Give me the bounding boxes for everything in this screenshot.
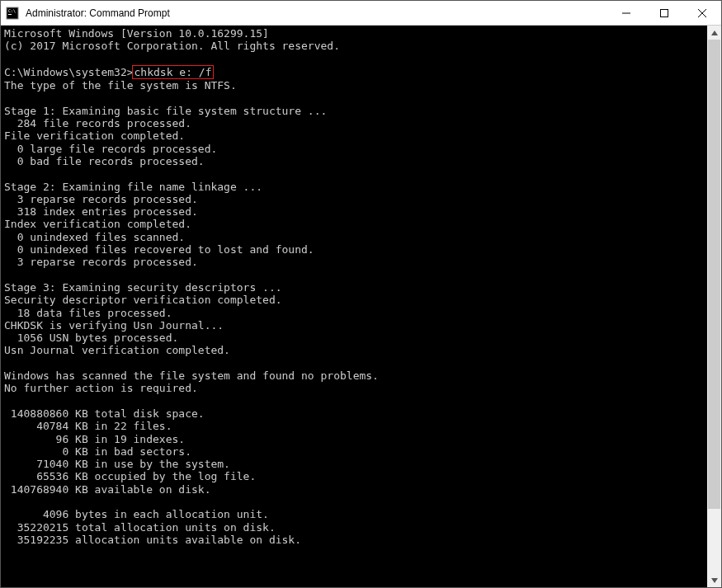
prompt-line: C:\Windows\system32>chkdsk e: /f bbox=[4, 65, 704, 79]
window-titlebar: C:\ Administrator: Command Prompt bbox=[1, 1, 721, 26]
terminal-line bbox=[4, 357, 704, 369]
minimize-button[interactable] bbox=[607, 1, 645, 26]
terminal-line bbox=[4, 53, 704, 65]
terminal-line: 18 data files processed. bbox=[4, 307, 704, 319]
terminal-line: 0 large file records processed. bbox=[4, 143, 704, 155]
terminal-line bbox=[4, 496, 704, 508]
close-button[interactable] bbox=[683, 1, 721, 26]
window-controls bbox=[607, 1, 721, 26]
terminal-line: 40784 KB in 22 files. bbox=[4, 420, 704, 432]
app-icon: C:\ bbox=[6, 7, 19, 20]
terminal-line: 71040 KB in use by the system. bbox=[4, 458, 704, 470]
scrollbar-vertical[interactable] bbox=[707, 26, 721, 587]
terminal-line: File verification completed. bbox=[4, 129, 704, 142]
terminal-line: Stage 3: Examining security descriptors … bbox=[4, 281, 704, 294]
terminal-line: (c) 2017 Microsoft Corporation. All righ… bbox=[4, 40, 704, 52]
window-title: Administrator: Command Prompt bbox=[24, 7, 607, 19]
terminal-line: Stage 2: Examining file name linkage ... bbox=[4, 181, 704, 193]
terminal-line: Security descriptor verification complet… bbox=[4, 294, 704, 306]
scroll-down-arrow[interactable] bbox=[707, 573, 721, 587]
terminal-line: 35192235 allocation units available on d… bbox=[4, 534, 704, 546]
terminal-line: Index verification completed. bbox=[4, 218, 704, 230]
terminal-line: 3 reparse records processed. bbox=[4, 256, 704, 268]
terminal-line: Microsoft Windows [Version 10.0.16299.15… bbox=[4, 27, 704, 40]
scroll-up-arrow[interactable] bbox=[707, 26, 721, 40]
terminal-line bbox=[4, 269, 704, 281]
terminal-line: 1056 USN bytes processed. bbox=[4, 332, 704, 344]
terminal-line: 140880860 KB total disk space. bbox=[4, 407, 704, 420]
terminal-line: 0 bad file records processed. bbox=[4, 155, 704, 167]
scroll-track[interactable] bbox=[707, 40, 721, 573]
svg-rect-2 bbox=[8, 14, 12, 15]
terminal-line bbox=[4, 92, 704, 104]
terminal-line bbox=[4, 395, 704, 407]
terminal-line: 0 unindexed files scanned. bbox=[4, 231, 704, 243]
prompt-path: C:\Windows\system32> bbox=[4, 66, 134, 78]
terminal-output[interactable]: Microsoft Windows [Version 10.0.16299.15… bbox=[1, 26, 707, 587]
terminal-line: 35220215 total allocation units on disk. bbox=[4, 521, 704, 534]
terminal-line: No further action is required. bbox=[4, 382, 704, 394]
terminal-line: 96 KB in 19 indexes. bbox=[4, 433, 704, 445]
terminal-line: 4096 bytes in each allocation unit. bbox=[4, 508, 704, 520]
terminal-line bbox=[4, 167, 704, 180]
maximize-button[interactable] bbox=[645, 1, 683, 26]
scroll-thumb[interactable] bbox=[708, 40, 720, 509]
terminal-line: 284 file records processed. bbox=[4, 117, 704, 129]
terminal-area: Microsoft Windows [Version 10.0.16299.15… bbox=[1, 26, 721, 587]
highlighted-command: chkdsk e: /f bbox=[132, 65, 215, 79]
terminal-line: 318 index entries processed. bbox=[4, 205, 704, 218]
svg-marker-7 bbox=[711, 31, 718, 35]
terminal-line: Usn Journal verification completed. bbox=[4, 344, 704, 356]
terminal-line: The type of the file system is NTFS. bbox=[4, 79, 704, 92]
terminal-line: 140768940 KB available on disk. bbox=[4, 483, 704, 496]
svg-rect-4 bbox=[661, 9, 668, 16]
terminal-line: Stage 1: Examining basic file system str… bbox=[4, 105, 704, 117]
terminal-line: 65536 KB occupied by the log file. bbox=[4, 470, 704, 482]
terminal-line: 0 KB in bad sectors. bbox=[4, 445, 704, 458]
terminal-line: 0 unindexed files recovered to lost and … bbox=[4, 243, 704, 256]
terminal-line: CHKDSK is verifying Usn Journal... bbox=[4, 319, 704, 332]
svg-text:C:\: C:\ bbox=[8, 8, 16, 13]
terminal-line: 3 reparse records processed. bbox=[4, 193, 704, 205]
terminal-line: Windows has scanned the file system and … bbox=[4, 369, 704, 382]
svg-marker-8 bbox=[711, 578, 718, 583]
